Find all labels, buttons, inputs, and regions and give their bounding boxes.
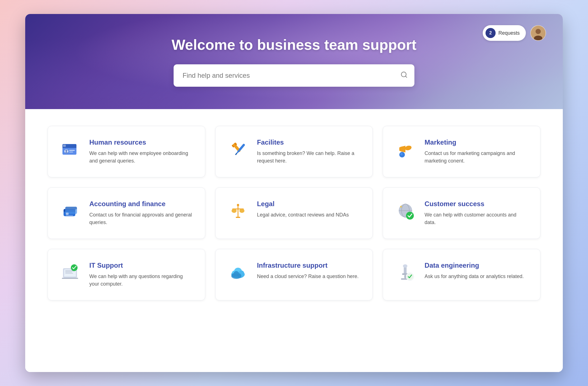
svg-rect-49 — [62, 278, 78, 279]
card-desc-data-engineering: Ask us for anything data or analytics re… — [424, 273, 529, 280]
card-title-marketing: Marketing — [424, 138, 529, 146]
card-icon-infrastructure-support — [227, 262, 249, 284]
card-text-it-support: IT Support We can help with any question… — [89, 262, 194, 288]
card-text-accounting-finance: Accounting and finance Contact us for fi… — [89, 200, 194, 226]
cards-grid: Human resources We can help with new emp… — [48, 126, 540, 300]
main-window: 2 Requests Welcome to business team supp… — [25, 14, 563, 372]
svg-rect-9 — [69, 150, 75, 151]
card-icon-marketing — [394, 138, 417, 161]
card-text-facilities: Facilites Is something broken? We can he… — [257, 138, 361, 165]
svg-rect-13 — [63, 145, 66, 147]
svg-point-1 — [536, 29, 541, 34]
card-title-it-support: IT Support — [89, 262, 194, 269]
search-icon — [400, 71, 408, 80]
svg-rect-10 — [69, 152, 73, 152]
hero-header: 2 Requests Welcome to business team supp… — [25, 14, 563, 109]
card-icon-it-support — [59, 262, 81, 284]
card-title-facilities: Facilites — [257, 138, 361, 146]
card-desc-customer-success: We can help with customer accounts and d… — [424, 211, 529, 226]
svg-rect-31 — [65, 207, 77, 210]
service-card-it-support[interactable]: IT Support We can help with any question… — [48, 249, 205, 300]
svg-point-11 — [65, 150, 67, 152]
svg-point-2 — [534, 36, 542, 41]
svg-rect-46 — [65, 272, 72, 272]
svg-point-41 — [406, 212, 414, 220]
search-bar — [174, 64, 414, 87]
card-desc-it-support: We can help with any questions regarding… — [89, 273, 194, 288]
requests-button[interactable]: 2 Requests — [483, 25, 526, 41]
svg-point-26 — [400, 153, 403, 155]
svg-rect-47 — [65, 273, 73, 274]
svg-point-24 — [407, 148, 409, 149]
service-card-data-engineering[interactable]: Data engineering Ask us for anything dat… — [383, 249, 540, 300]
card-title-accounting-finance: Accounting and finance — [89, 200, 194, 208]
svg-point-59 — [403, 264, 407, 268]
svg-rect-7 — [62, 147, 76, 148]
card-title-customer-success: Customer success — [424, 200, 529, 208]
requests-badge: 2 — [486, 28, 496, 38]
service-card-human-resources[interactable]: Human resources We can help with new emp… — [48, 126, 205, 177]
card-text-infrastructure-support: Infrastructure support Need a cloud serv… — [257, 262, 361, 280]
svg-rect-18 — [238, 143, 245, 151]
card-icon-data-engineering — [394, 262, 417, 284]
hero-title: Welcome to business team support — [172, 36, 417, 53]
card-text-human-resources: Human resources We can help with new emp… — [89, 138, 194, 165]
card-title-human-resources: Human resources — [89, 138, 194, 146]
search-input[interactable] — [174, 64, 414, 87]
svg-rect-33 — [66, 215, 73, 216]
svg-point-57 — [237, 273, 241, 277]
card-desc-infrastructure-support: Need a cloud service? Raise a question h… — [257, 273, 361, 280]
card-desc-human-resources: We can help with new employee onboarding… — [89, 150, 194, 165]
card-icon-human-resources — [59, 138, 81, 161]
card-icon-facilities — [227, 138, 249, 161]
svg-rect-62 — [404, 275, 406, 278]
card-text-customer-success: Customer success We can help with custom… — [424, 200, 529, 226]
service-card-facilities[interactable]: Facilites Is something broken? We can he… — [215, 126, 373, 177]
svg-rect-36 — [236, 217, 240, 218]
card-desc-accounting-finance: Contact us for financial approvals and g… — [89, 211, 194, 226]
svg-rect-23 — [399, 147, 401, 151]
card-icon-legal — [227, 200, 249, 222]
service-card-customer-success[interactable]: Customer success We can help with custom… — [383, 187, 540, 239]
card-icon-accounting-finance — [59, 200, 81, 222]
card-icon-customer-success — [394, 200, 417, 222]
card-title-legal: Legal — [257, 200, 361, 208]
svg-rect-32 — [66, 213, 69, 215]
header-top-right: 2 Requests — [483, 25, 546, 41]
card-desc-marketing: Contact us for marketing campaigns and m… — [424, 150, 529, 165]
card-text-data-engineering: Data engineering Ask us for anything dat… — [424, 262, 529, 280]
card-desc-legal: Legal advice, contract reviews and NDAs — [257, 211, 361, 219]
card-text-legal: Legal Legal advice, contract reviews and… — [257, 200, 361, 219]
card-text-marketing: Marketing Contact us for marketing campa… — [424, 138, 529, 165]
content-area: Human resources We can help with new emp… — [25, 109, 563, 372]
service-card-accounting-finance[interactable]: Accounting and finance Contact us for fi… — [48, 187, 205, 239]
svg-point-37 — [237, 204, 239, 206]
svg-point-12 — [65, 152, 68, 154]
svg-point-42 — [400, 206, 402, 208]
avatar[interactable] — [530, 25, 546, 41]
card-desc-facilities: Is something broken? We can help. Raise … — [257, 150, 361, 165]
svg-line-4 — [405, 76, 407, 77]
card-title-data-engineering: Data engineering — [424, 262, 529, 269]
card-title-infrastructure-support: Infrastructure support — [257, 262, 361, 269]
requests-label: Requests — [498, 30, 520, 36]
service-card-infrastructure-support[interactable]: Infrastructure support Need a cloud serv… — [215, 249, 373, 300]
service-card-legal[interactable]: Legal Legal advice, contract reviews and… — [215, 187, 373, 239]
service-card-marketing[interactable]: Marketing Contact us for marketing campa… — [383, 126, 540, 177]
svg-marker-22 — [400, 146, 405, 152]
